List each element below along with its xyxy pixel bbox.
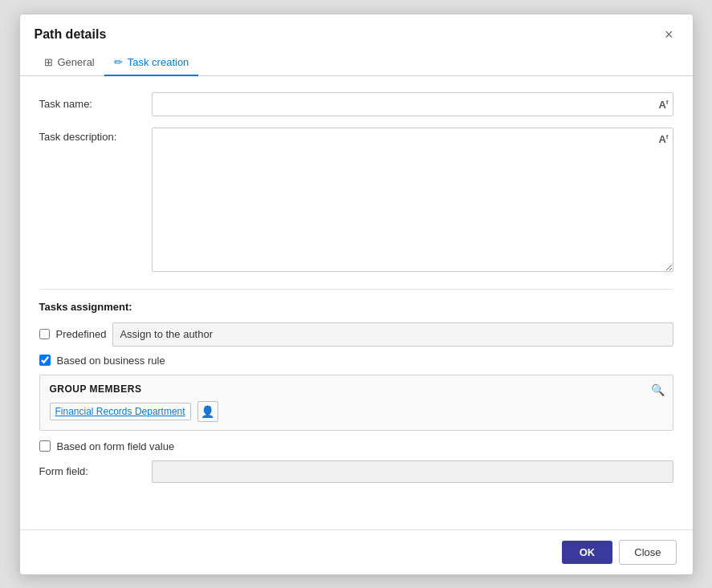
task-description-formula-button[interactable]: Af	[658, 132, 668, 145]
form-field-row: Form field:	[39, 460, 673, 483]
business-rule-row: Based on business rule	[39, 355, 673, 367]
predefined-label[interactable]: Predefined	[56, 328, 107, 340]
dialog-body: Task name: Af Task description: Af Tasks…	[20, 76, 693, 529]
predefined-row: Predefined	[39, 322, 673, 347]
task-name-formula-button[interactable]: Af	[658, 98, 668, 111]
form-field-checkbox[interactable]	[39, 440, 51, 452]
path-details-dialog: Path details × ⊞ General ✏ Task creation…	[19, 14, 694, 575]
dialog-title: Path details	[35, 27, 107, 42]
group-members-box: GROUP MEMBERS Financial Records Departme…	[39, 375, 673, 431]
search-icon: 🔍	[651, 383, 665, 396]
business-rule-checkbox[interactable]	[39, 355, 51, 366]
task-creation-tab-icon: ✏	[114, 56, 123, 68]
formula-icon-2: Af	[658, 133, 668, 145]
predefined-value-input[interactable]	[112, 322, 673, 347]
task-name-input-wrapper: Af	[152, 92, 673, 116]
form-field-value-row: Based on form field value	[39, 440, 673, 452]
dialog-close-button[interactable]: ×	[660, 26, 678, 43]
predefined-checkbox[interactable]	[39, 329, 50, 339]
ok-button[interactable]: OK	[562, 541, 613, 564]
tab-task-creation-label: Task creation	[128, 56, 189, 68]
member-tag: Financial Records Department	[50, 403, 191, 420]
task-name-row: Task name: Af	[39, 92, 673, 116]
dialog-footer: OK Close	[20, 529, 693, 574]
form-field-checkbox-label[interactable]: Based on form field value	[57, 440, 175, 452]
task-description-input[interactable]	[152, 128, 673, 272]
member-name[interactable]: Financial Records Department	[55, 406, 185, 417]
task-description-row: Task description: Af	[39, 128, 673, 274]
task-description-input-wrapper: Af	[152, 128, 673, 274]
group-members-header: GROUP MEMBERS	[50, 383, 663, 395]
tabs-container: ⊞ General ✏ Task creation	[20, 50, 693, 76]
dialog-header: Path details ×	[20, 14, 693, 43]
business-rule-label[interactable]: Based on business rule	[57, 355, 165, 367]
task-name-label: Task name:	[39, 98, 152, 110]
group-members-content: Financial Records Department 👤	[50, 401, 663, 422]
tab-general[interactable]: ⊞ General	[35, 50, 104, 76]
person-icon: 👤	[201, 405, 214, 418]
task-name-input[interactable]	[152, 92, 673, 116]
form-field-input[interactable]	[152, 460, 673, 483]
close-button[interactable]: Close	[619, 540, 676, 565]
task-description-label: Task description:	[39, 128, 152, 143]
formula-icon-1: Af	[658, 99, 668, 111]
tab-task-creation[interactable]: ✏ Task creation	[104, 50, 199, 76]
general-tab-icon: ⊞	[44, 56, 53, 68]
add-member-button[interactable]: 👤	[197, 401, 218, 422]
tasks-assignment-label: Tasks assignment:	[39, 301, 673, 313]
section-divider	[39, 289, 673, 290]
form-field-label: Form field:	[39, 465, 152, 477]
tab-general-label: General	[58, 56, 95, 68]
